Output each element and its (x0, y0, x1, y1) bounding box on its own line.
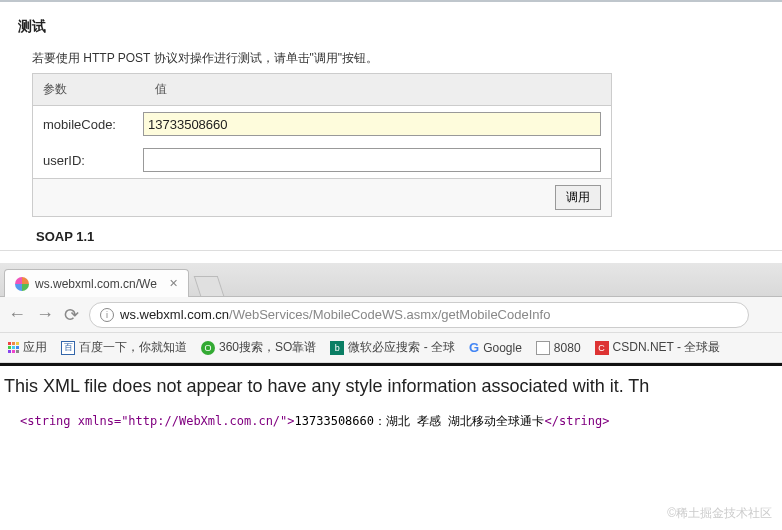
instruction-text: 若要使用 HTTP POST 协议对操作进行测试，请单击"调用"按钮。 (32, 50, 782, 67)
back-button[interactable]: ← (8, 304, 26, 325)
watermark: ©稀土掘金技术社区 (667, 505, 772, 522)
bing-icon: b (330, 341, 344, 355)
table-row: userID: (33, 142, 611, 178)
xml-content: <string xmlns="http://WebXml.com.cn/">13… (20, 413, 778, 430)
param-label: userID: (43, 153, 143, 168)
param-label: mobileCode: (43, 117, 143, 132)
new-tab-button[interactable] (194, 276, 224, 296)
th-param: 参数 (33, 74, 145, 105)
close-tab-icon[interactable]: ✕ (169, 277, 178, 290)
apps-button[interactable]: 应用 (8, 339, 47, 356)
mobilecode-input[interactable] (143, 112, 601, 136)
bookmark-google[interactable]: GGoogle (469, 340, 522, 355)
bookmark-8080[interactable]: 8080 (536, 341, 581, 355)
bookmark-360[interactable]: O360搜索，SO靠谱 (201, 339, 316, 356)
param-table: 参数 值 mobileCode: userID: 调用 (32, 73, 612, 217)
bookmarks-bar: 应用 百百度一下，你就知道 O360搜索，SO靠谱 b微软必应搜索 - 全球 G… (0, 333, 782, 363)
url-text: ws.webxml.com.cn/WebServices/MobileCodeW… (120, 307, 550, 322)
page-content: This XML file does not appear to have an… (0, 366, 782, 440)
browser-window: ws.webxml.com.cn/We ✕ ← → ⟳ i ws.webxml.… (0, 263, 782, 440)
favicon-icon (15, 277, 29, 291)
tab-title: ws.webxml.com.cn/We (35, 277, 157, 291)
divider (0, 250, 782, 251)
test-panel: 测试 若要使用 HTTP POST 协议对操作进行测试，请单击"调用"按钮。 参… (0, 0, 782, 244)
bookmark-csdn[interactable]: CCSDN.NET - 全球最 (595, 339, 721, 356)
address-bar: ← → ⟳ i ws.webxml.com.cn/WebServices/Mob… (0, 297, 782, 333)
bookmark-baidu[interactable]: 百百度一下，你就知道 (61, 339, 187, 356)
page-icon (536, 341, 550, 355)
button-row: 调用 (33, 178, 611, 216)
section-title: 测试 (18, 18, 782, 36)
bookmark-bing[interactable]: b微软必应搜索 - 全球 (330, 339, 455, 356)
tab-bar: ws.webxml.com.cn/We ✕ (0, 263, 782, 297)
userid-input[interactable] (143, 148, 601, 172)
baidu-icon: 百 (61, 341, 75, 355)
url-field[interactable]: i ws.webxml.com.cn/WebServices/MobileCod… (89, 302, 749, 328)
google-icon: G (469, 340, 479, 355)
table-row: mobileCode: (33, 106, 611, 142)
soap-label: SOAP 1.1 (36, 229, 782, 244)
360-icon: O (201, 341, 215, 355)
apps-icon (8, 342, 19, 353)
xml-style-message: This XML file does not appear to have an… (4, 376, 778, 397)
table-header: 参数 值 (33, 74, 611, 106)
invoke-button[interactable]: 调用 (555, 185, 601, 210)
browser-tab[interactable]: ws.webxml.com.cn/We ✕ (4, 269, 189, 297)
csdn-icon: C (595, 341, 609, 355)
forward-button[interactable]: → (36, 304, 54, 325)
reload-button[interactable]: ⟳ (64, 304, 79, 326)
site-info-icon[interactable]: i (100, 308, 114, 322)
th-value: 值 (145, 74, 177, 105)
